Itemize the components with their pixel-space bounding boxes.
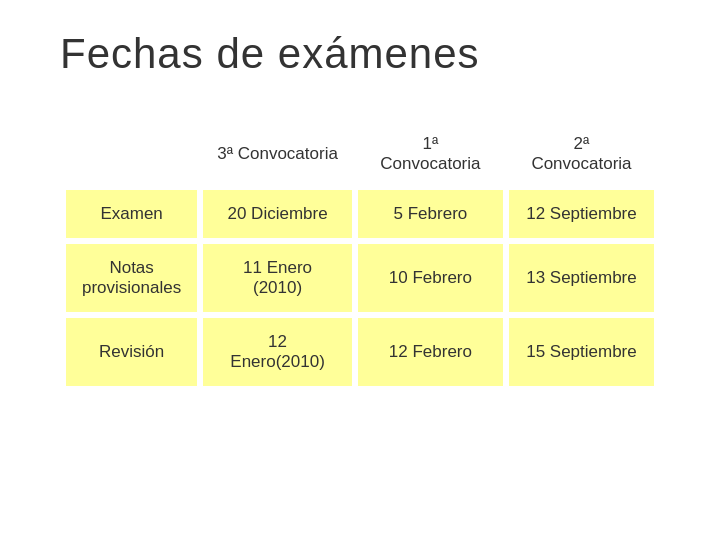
row-label: Examen	[66, 190, 197, 238]
col-header-empty	[66, 124, 197, 184]
row-2-col3: 15 Septiembre	[509, 318, 654, 386]
page-title: Fechas de exámenes	[60, 30, 480, 78]
col-header-1st: 1ª Convocatoria	[358, 124, 503, 184]
col-header-2nd: 2ª Convocatoria	[509, 124, 654, 184]
table-row: Revisión12 Enero(2010)12 Febrero15 Septi…	[66, 318, 654, 386]
table-row: Examen20 Diciembre5 Febrero12 Septiembre	[66, 190, 654, 238]
row-label: Notas provisionales	[66, 244, 197, 312]
row-0-col1: 20 Diciembre	[203, 190, 352, 238]
row-1-col1: 11 Enero (2010)	[203, 244, 352, 312]
col-header-3rd: 3ª Convocatoria	[203, 124, 352, 184]
table-row: Notas provisionales11 Enero (2010)10 Feb…	[66, 244, 654, 312]
row-1-col3: 13 Septiembre	[509, 244, 654, 312]
exam-dates-table: 3ª Convocatoria 1ª Convocatoria 2ª Convo…	[60, 118, 660, 392]
row-2-col2: 12 Febrero	[358, 318, 503, 386]
row-1-col2: 10 Febrero	[358, 244, 503, 312]
row-0-col3: 12 Septiembre	[509, 190, 654, 238]
row-2-col1: 12 Enero(2010)	[203, 318, 352, 386]
row-label: Revisión	[66, 318, 197, 386]
row-0-col2: 5 Febrero	[358, 190, 503, 238]
